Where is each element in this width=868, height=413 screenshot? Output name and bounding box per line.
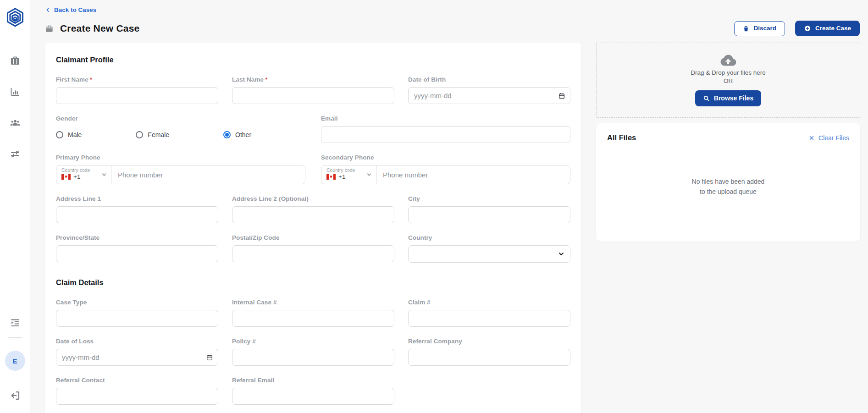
trash-icon: [743, 25, 749, 32]
dropzone-or-text: OR: [724, 77, 733, 84]
email-input[interactable]: [321, 126, 570, 143]
secondary-phone-input[interactable]: [376, 165, 570, 184]
app-logo-icon[interactable]: [5, 7, 25, 31]
country-label: Country: [408, 234, 570, 241]
address-line1-field: Address Line 1: [56, 195, 218, 223]
internal-case-field: Internal Case #: [232, 299, 394, 327]
date-of-birth-input[interactable]: [408, 87, 570, 104]
address-line1-input[interactable]: [56, 206, 218, 223]
create-case-button[interactable]: Create Case: [795, 21, 860, 36]
country-code-select[interactable]: Country code +1: [56, 165, 111, 184]
create-case-button-label: Create Case: [815, 25, 851, 32]
all-files-card: All Files Clear Files No files have been…: [596, 123, 860, 242]
clients-users-icon[interactable]: [10, 117, 21, 128]
back-link-label: Back to Cases: [54, 6, 96, 13]
internal-case-label: Internal Case #: [232, 299, 394, 306]
gender-option-other[interactable]: Other: [223, 131, 251, 138]
chevron-left-icon: [45, 7, 51, 13]
empty-queue-line2: to the upload queue: [692, 187, 765, 197]
sidebar-nav: [10, 55, 21, 160]
back-to-cases-link[interactable]: Back to Cases: [45, 6, 96, 13]
gender-option-female-label: Female: [148, 131, 169, 138]
required-marker: *: [90, 76, 92, 83]
gender-option-male[interactable]: Male: [56, 131, 82, 138]
first-name-field: First Name*: [56, 76, 218, 104]
cases-briefcase-icon[interactable]: [10, 55, 21, 66]
primary-phone-input[interactable]: [111, 165, 305, 184]
chevron-down-icon: [558, 250, 565, 258]
all-files-heading: All Files: [607, 133, 636, 142]
cloud-upload-icon: [720, 54, 736, 66]
gender-option-other-label: Other: [235, 131, 251, 138]
postal-zip-field: Postal/Zip Code: [232, 234, 394, 263]
queue-indent-list-icon[interactable]: [10, 317, 21, 328]
gender-label: Gender: [56, 115, 305, 122]
referral-email-label: Referral Email: [232, 377, 394, 384]
browse-files-button[interactable]: Browse Files: [695, 90, 761, 106]
settings-sliders-icon[interactable]: [10, 149, 21, 160]
discard-button[interactable]: Discard: [734, 21, 785, 36]
city-field: City: [408, 195, 570, 223]
referral-contact-input[interactable]: [56, 388, 218, 405]
x-icon: [809, 135, 814, 141]
secondary-phone-label: Secondary Phone: [321, 154, 570, 161]
file-dropzone[interactable]: Drag & Drop your files here OR Browse Fi…: [596, 43, 860, 118]
city-input[interactable]: [408, 206, 570, 223]
date-of-loss-input[interactable]: [56, 349, 218, 366]
province-state-input[interactable]: [56, 245, 218, 262]
claim-details-heading: Claim Details: [56, 278, 570, 287]
referral-company-input[interactable]: [408, 349, 570, 366]
gender-option-female[interactable]: Female: [136, 131, 169, 138]
first-name-label: First Name: [56, 76, 88, 83]
referral-email-field: Referral Email: [232, 377, 394, 405]
claimant-profile-heading: Claimant Profile: [56, 55, 570, 64]
country-code-label: Country code: [326, 167, 371, 173]
address-line2-field: Address Line 2 (Optional): [232, 195, 394, 223]
claim-number-input[interactable]: [408, 310, 570, 327]
canada-flag-icon: [326, 174, 336, 180]
logout-icon[interactable]: [10, 390, 21, 401]
country-code-select[interactable]: Country code +1: [321, 165, 376, 184]
city-label: City: [408, 195, 570, 202]
postal-zip-input[interactable]: [232, 245, 394, 262]
email-label: Email: [321, 115, 570, 122]
date-of-birth-label: Date of Birth: [408, 76, 570, 83]
country-code-label: Country code: [61, 167, 106, 173]
internal-case-input[interactable]: [232, 310, 394, 327]
gender-option-male-label: Male: [68, 131, 82, 138]
user-avatar[interactable]: E: [5, 351, 25, 371]
referral-company-field: Referral Company: [408, 338, 570, 366]
create-case-form: Claimant Profile First Name* Last Name* …: [45, 43, 581, 413]
date-of-loss-field: Date of Loss: [56, 338, 218, 366]
sidebar: E: [0, 0, 30, 413]
address-line2-input[interactable]: [232, 206, 394, 223]
country-select[interactable]: [408, 245, 570, 263]
chevron-down-icon: [366, 171, 372, 178]
reports-bar-chart-icon[interactable]: [10, 86, 21, 97]
date-of-loss-label: Date of Loss: [56, 338, 218, 345]
address-line2-label: Address Line 2 (Optional): [232, 195, 394, 202]
empty-queue-message: No files have been added to the upload q…: [607, 142, 849, 231]
claim-number-label: Claim #: [408, 299, 570, 306]
last-name-input[interactable]: [232, 87, 394, 104]
referral-contact-field: Referral Contact: [56, 377, 218, 405]
radio-icon: [136, 131, 143, 138]
claim-number-field: Claim #: [408, 299, 570, 327]
gender-field: Gender Male Female Other: [56, 115, 305, 143]
first-name-input[interactable]: [56, 87, 218, 104]
case-type-input[interactable]: [56, 310, 218, 327]
clear-files-link[interactable]: Clear Files: [809, 134, 849, 142]
referral-email-input[interactable]: [232, 388, 394, 405]
chevron-down-icon: [101, 171, 107, 178]
empty-queue-line1: No files have been added: [692, 177, 765, 187]
province-state-label: Province/State: [56, 234, 218, 241]
primary-phone-control: Country code +1: [56, 165, 305, 184]
clear-files-label: Clear Files: [818, 134, 849, 142]
province-state-field: Province/State: [56, 234, 218, 263]
last-name-field: Last Name*: [232, 76, 394, 104]
main-content: Back to Cases Create New Case Discard Cr…: [30, 0, 868, 413]
radio-icon: [56, 131, 63, 138]
plus-circle-icon: [804, 25, 811, 32]
secondary-phone-field: Secondary Phone Country code +1: [321, 154, 570, 184]
policy-number-input[interactable]: [232, 349, 394, 366]
